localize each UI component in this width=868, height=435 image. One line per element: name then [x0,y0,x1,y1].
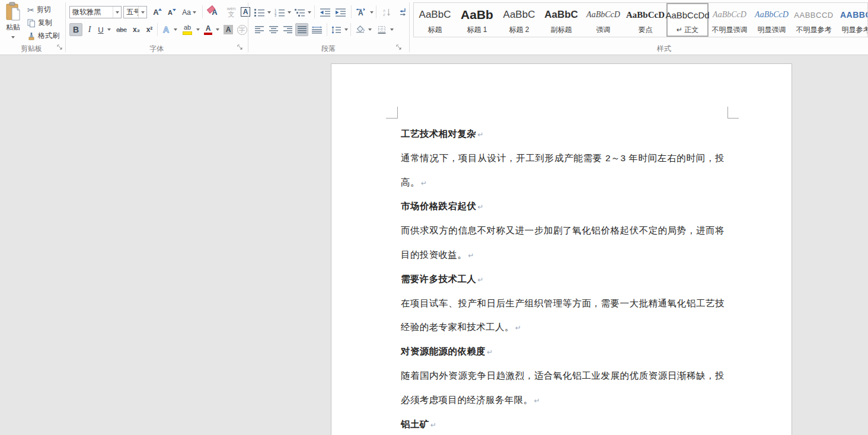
borders-icon [378,25,387,34]
margin-crop-mark-top-left [386,107,398,119]
borders-button[interactable] [375,23,388,36]
increase-indent-button[interactable] [333,6,347,18]
style-item-heading2[interactable]: AaBbC 标题 2 [498,3,540,37]
paragraph-dialog-launcher[interactable] [396,44,403,52]
font-group-label: 字体 [65,44,248,54]
paste-clipboard-icon [5,2,21,21]
format-painter-icon [27,32,36,40]
grow-font-button[interactable]: A [149,6,162,18]
doc-line: 在项目试车、投产和日后生产组织管理等方面，需要一大批精通氧化铝工艺技术和具有实践 [401,292,725,316]
doc-line: 而供求双方的信息不对称又进一步加剧了氧化铝价格起伏不定的局势，进而将影响氧化铝项 [401,219,725,243]
style-item-intense-reference[interactable]: AABBC 明显参考 [835,3,868,37]
show-hide-marks-button[interactable] [395,6,409,18]
align-center-button[interactable] [267,23,280,36]
change-case-button[interactable]: Aa [180,6,199,18]
scissors-icon: ✂ [27,5,34,15]
increase-indent-icon [336,8,346,17]
text-effects-dropdown[interactable] [172,23,178,36]
multilevel-list-dropdown[interactable] [306,6,312,19]
text-effects-button[interactable]: A [160,23,172,36]
borders-dropdown[interactable] [388,23,395,36]
style-item-subtle-reference[interactable]: AABBCCD 不明显参考 [793,3,835,37]
shading-dropdown[interactable] [366,23,373,36]
svg-text:3: 3 [275,14,276,17]
bullet-list-dropdown[interactable] [266,6,272,19]
strikethrough-button[interactable]: abc [114,23,129,36]
shading-button[interactable] [353,23,366,36]
multilevel-list-button[interactable] [293,6,306,18]
paragraph-mark: ↵ [514,324,521,332]
align-right-button[interactable] [281,23,294,36]
phonetic-guide-button[interactable]: wén 文 [224,4,238,20]
highlight-button[interactable]: ab [180,23,194,36]
copy-icon [27,19,36,27]
group-separator [409,2,410,52]
highlight-dropdown[interactable] [194,23,201,36]
sort-button[interactable]: AZ [379,6,394,18]
underline-dropdown[interactable] [106,23,112,36]
asian-layout-button[interactable]: A [354,6,368,18]
doc-heading: 需要许多技术工人↵ [401,267,725,292]
decrease-indent-icon [320,8,330,17]
format-painter-button[interactable]: 格式刷 [27,31,59,41]
paragraph-mark: ↵ [476,203,483,211]
copy-button[interactable]: 复制 [27,18,52,28]
font-color-dropdown[interactable] [214,23,221,36]
underline-button[interactable]: U [96,23,106,36]
font-size-combobox[interactable]: 五号 [123,6,147,18]
font-color-button[interactable]: A [202,23,214,36]
align-left-button[interactable] [253,23,266,36]
bold-button[interactable]: B [69,23,82,36]
font-dialog-launcher[interactable] [237,44,244,52]
font-name-dropdown [113,7,121,18]
style-item-keypoint[interactable]: AaBbCcD 要点 [624,3,666,37]
superscript-button[interactable]: x² [143,23,155,36]
svg-text:A: A [383,9,385,12]
document-page[interactable]: 工艺技术相对复杂↵ 通常情况下，项目从设计，开工到形成产能需要 2～3 年时间左… [331,63,792,435]
asian-layout-dropdown[interactable] [368,6,375,19]
doc-heading: 铝土矿↵ [401,412,725,435]
style-item-normal-selected[interactable]: AaBbCcDd ↵ 正文 [666,3,709,37]
margin-crop-mark-top-right [727,107,739,119]
font-name-combobox[interactable]: 微软雅黑 [69,6,122,18]
numbered-list-icon: 123 [275,8,285,17]
font-color-icon: A [204,25,212,35]
align-left-icon [255,26,264,33]
ribbon: 粘贴 ✂ 剪切 复制 格式刷 剪贴板 微软雅黑 [0,0,868,55]
paragraph-mark: ↵ [486,348,493,356]
style-item-heading1[interactable]: AaBb 标题 1 [456,3,498,37]
justify-button[interactable] [295,23,308,36]
clear-formatting-button[interactable]: A [207,5,222,18]
paste-label: 粘贴 [6,23,20,33]
subscript-button[interactable]: x₂ [130,23,142,36]
clipboard-group-label: 剪贴板 [0,44,63,54]
clipboard-dialog-launcher[interactable] [57,44,64,52]
paragraph-mark: ↵ [476,276,483,284]
doc-line: 通常情况下，项目从设计，开工到形成产能需要 2～3 年时间左右的时间，投入高，风… [401,146,725,171]
enclose-characters-button[interactable]: 字 [236,23,248,36]
paragraph-group-label: 段落 [249,44,408,54]
document-text[interactable]: 工艺技术相对复杂↵ 通常情况下，项目从设计，开工到形成产能需要 2～3 年时间左… [401,122,725,435]
style-item-subtle-emphasis[interactable]: AaBbCcD 不明显强调 [709,3,751,37]
shrink-font-button[interactable]: A [164,6,177,18]
doc-line: 目的投资收益。↵ [401,243,725,267]
style-item-emphasis[interactable]: AaBbCcD 强调 [582,3,624,37]
distribute-button[interactable] [309,23,324,36]
line-spacing-button[interactable] [330,23,343,36]
character-border-button[interactable]: A [240,5,251,18]
bullet-list-button[interactable] [253,6,266,18]
styles-group-label: 样式 [628,44,700,54]
line-spacing-dropdown[interactable] [343,23,349,36]
ruby-icon: wén 文 [227,7,236,18]
style-item-intense-emphasis[interactable]: AaBbCcD 明显强调 [751,3,793,37]
paragraph-mark: ↵ [476,130,483,139]
numbered-list-dropdown[interactable] [286,6,292,19]
decrease-indent-button[interactable] [318,6,332,18]
cut-button[interactable]: ✂ 剪切 [27,5,51,15]
numbered-list-button[interactable]: 123 [273,6,286,18]
doc-line: 高。↵ [401,171,725,195]
character-shading-button[interactable]: A [222,23,235,36]
style-item-title[interactable]: AaBbC 标题 [414,3,456,37]
style-item-subtitle[interactable]: AaBbC 副标题 [540,3,582,37]
italic-button[interactable]: I [84,23,95,36]
